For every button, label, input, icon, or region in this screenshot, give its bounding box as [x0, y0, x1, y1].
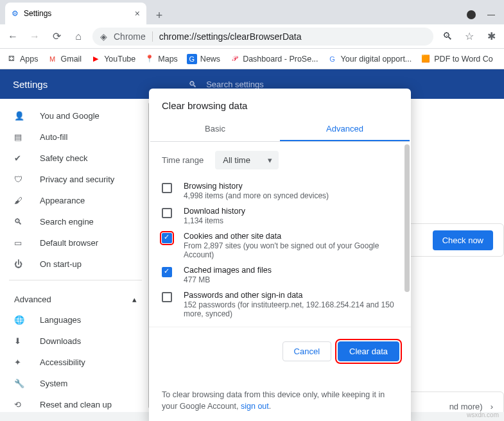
- autofill-icon: ▤: [14, 132, 26, 142]
- pdf-icon: 🟧: [421, 54, 431, 64]
- gmail-icon: M: [48, 54, 58, 64]
- settings-search[interactable]: 🔍︎ Search settings: [189, 80, 264, 89]
- check-now-button[interactable]: Check now: [433, 230, 493, 250]
- option-download-history[interactable]: Download history1,134 items: [162, 203, 398, 228]
- cancel-button[interactable]: Cancel: [282, 341, 331, 361]
- checkbox-cached[interactable]: [162, 267, 172, 277]
- reset-icon: ⟲: [14, 400, 26, 409]
- dialog-title: Clear browsing data: [149, 89, 411, 117]
- address-bar[interactable]: ◈ Chrome chrome://settings/clearBrowserD…: [92, 28, 433, 46]
- maps-icon: 📍: [144, 54, 155, 64]
- browser-icon: ▭: [14, 238, 26, 248]
- sidebar-item-autofill[interactable]: ▤Auto-fill: [0, 126, 151, 148]
- sidebar-item-you-and-google[interactable]: 👤You and Google: [0, 105, 151, 126]
- time-range-label: Time range: [162, 155, 204, 165]
- reload-button[interactable]: ⟳: [49, 29, 64, 44]
- bookmark-youtube[interactable]: ▶YouTube: [91, 54, 135, 64]
- pinterest-icon: 𝒫: [229, 54, 239, 64]
- minimize-button[interactable]: —: [487, 10, 495, 19]
- browser-tab[interactable]: ⚙ Settings ×: [5, 3, 146, 24]
- chevron-right-icon: ›: [491, 402, 493, 411]
- download-icon: ⬇: [14, 336, 26, 346]
- news-icon: G: [187, 54, 197, 64]
- clear-browsing-data-dialog: Clear browsing data Basic Advanced Time …: [149, 89, 411, 421]
- clear-data-button[interactable]: Clear data: [338, 341, 399, 361]
- time-range-select[interactable]: All time: [215, 151, 279, 169]
- site-info-icon[interactable]: ◈: [100, 31, 107, 42]
- sidebar-item-appearance[interactable]: 🖌Appearance: [0, 190, 151, 211]
- forward-button: →: [27, 29, 42, 44]
- google-icon: G: [327, 54, 338, 64]
- sidebar-item-safety[interactable]: ✔Safety check: [0, 148, 151, 169]
- sidebar-section-advanced[interactable]: Advanced▴: [0, 286, 151, 309]
- checkbox-passwords[interactable]: [162, 292, 172, 302]
- settings-sidebar: 👤You and Google ▤Auto-fill ✔Safety check…: [0, 99, 151, 412]
- sidebar-item-reset[interactable]: ⟲Reset and clean up: [0, 394, 151, 412]
- bookmark-gmail[interactable]: MGmail: [48, 54, 82, 64]
- new-tab-button[interactable]: +: [150, 6, 168, 24]
- checkbox-download-history[interactable]: [162, 208, 172, 218]
- sidebar-item-downloads[interactable]: ⬇Downloads: [0, 331, 151, 352]
- globe-icon: 🌐: [14, 315, 26, 325]
- accessibility-icon: ✦: [14, 357, 26, 367]
- bookmark-apps[interactable]: ⚃Apps: [6, 54, 39, 64]
- watermark: wsxdn.com: [467, 411, 499, 418]
- account-icon[interactable]: [467, 10, 476, 19]
- sidebar-item-accessibility[interactable]: ✦Accessibility: [0, 352, 151, 373]
- search-icon[interactable]: 🔍︎: [440, 29, 455, 44]
- person-icon: 👤: [14, 111, 26, 121]
- url-prefix: Chrome: [114, 31, 153, 42]
- shield-icon: 🛡: [14, 175, 26, 184]
- tab-title: Settings: [24, 9, 51, 18]
- tab-advanced[interactable]: Advanced: [280, 117, 410, 141]
- bookmark-star-icon[interactable]: ☆: [462, 29, 477, 44]
- sidebar-item-languages[interactable]: 🌐Languages: [0, 309, 151, 331]
- sidebar-item-privacy[interactable]: 🛡Privacy and security: [0, 169, 151, 190]
- shield-check-icon: ✔: [14, 153, 26, 163]
- power-icon: ⏻: [14, 259, 26, 269]
- option-cached[interactable]: Cached images and files477 MB: [162, 262, 398, 288]
- search-icon: 🔍︎: [189, 80, 197, 89]
- bookmark-news[interactable]: GNews: [187, 54, 220, 64]
- bookmark-pdf[interactable]: 🟧PDF to Word Co: [421, 54, 492, 64]
- back-button[interactable]: ←: [5, 29, 21, 44]
- dialog-scrollbar[interactable]: [404, 144, 410, 292]
- option-cookies[interactable]: Cookies and other site dataFrom 2,897 si…: [162, 228, 398, 262]
- paint-icon: 🖌: [14, 196, 26, 205]
- search-placeholder: Search settings: [206, 80, 264, 89]
- apps-icon: ⚃: [6, 54, 17, 64]
- checkbox-browsing-history[interactable]: [162, 183, 172, 193]
- browser-toolbar: ← → ⟳ ⌂ ◈ Chrome chrome://settings/clear…: [0, 24, 504, 49]
- dialog-tabs: Basic Advanced: [150, 117, 410, 142]
- bookmark-dashboard[interactable]: 𝒫Dashboard - ProSe...: [229, 54, 318, 64]
- close-icon[interactable]: ×: [135, 8, 140, 19]
- sidebar-item-system[interactable]: 🔧System: [0, 373, 151, 394]
- chevron-up-icon: ▴: [132, 295, 137, 304]
- extensions-icon[interactable]: ✱: [483, 29, 499, 44]
- youtube-icon: ▶: [91, 54, 101, 64]
- bookmark-digital[interactable]: GYour digital opport...: [327, 54, 412, 64]
- browser-titlebar: ⚙ Settings × + —: [0, 0, 504, 24]
- search-icon: 🔍︎: [14, 217, 26, 227]
- wrench-icon: 🔧: [14, 379, 26, 388]
- bookmark-maps[interactable]: 📍Maps: [144, 54, 178, 64]
- checkbox-cookies[interactable]: [162, 233, 172, 243]
- home-button[interactable]: ⌂: [71, 29, 86, 44]
- settings-gear-icon: ⚙: [12, 9, 19, 18]
- dialog-footnote: To clear browsing data from this device …: [149, 390, 411, 421]
- page-title: Settings: [13, 79, 48, 90]
- sidebar-item-startup[interactable]: ⏻On start-up: [0, 253, 151, 275]
- sidebar-item-search-engine[interactable]: 🔍︎Search engine: [0, 211, 151, 232]
- sign-out-link[interactable]: sign out: [241, 402, 269, 411]
- tab-basic[interactable]: Basic: [150, 117, 280, 141]
- option-browsing-history[interactable]: Browsing history4,998 items (and more on…: [162, 178, 398, 203]
- option-passwords[interactable]: Passwords and other sign-in data152 pass…: [162, 288, 398, 322]
- url-text: chrome://settings/clearBrowserData: [159, 31, 302, 42]
- bookmarks-bar: ⚃Apps MGmail ▶YouTube 📍Maps GNews 𝒫Dashb…: [0, 49, 504, 69]
- sidebar-item-default-browser[interactable]: ▭Default browser: [0, 232, 151, 253]
